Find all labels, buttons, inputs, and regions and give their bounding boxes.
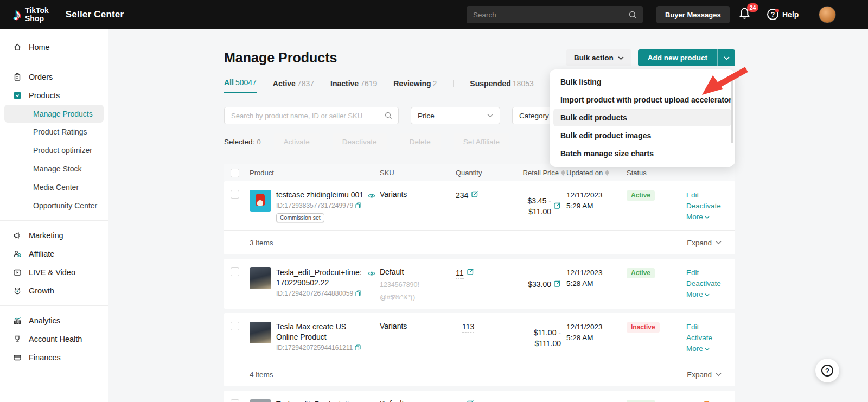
deactivate-button[interactable]: Deactivate xyxy=(333,133,387,150)
selected-count: Selected:0 xyxy=(224,138,261,146)
more-link[interactable]: More xyxy=(686,212,735,222)
deactivate-link[interactable]: Deactivate xyxy=(686,201,735,212)
column-retail-price-sort[interactable]: Retail Price xyxy=(523,169,565,177)
chevron-down-icon xyxy=(724,56,730,60)
buyer-messages-button[interactable]: Buyer Messages xyxy=(656,6,730,23)
sidebar-item-live-video[interactable]: LIVE & Video xyxy=(0,263,108,282)
product-image[interactable] xyxy=(250,190,271,212)
product-search-box[interactable] xyxy=(224,107,399,124)
edit-link[interactable]: Edit xyxy=(686,322,735,333)
notification-count-badge: 24 xyxy=(747,3,758,12)
row-checkbox[interactable] xyxy=(231,267,239,276)
sidebar-item-orders[interactable]: Orders xyxy=(0,68,108,86)
search-icon[interactable] xyxy=(384,111,393,120)
sidebar-item-affiliate[interactable]: Affiliate xyxy=(0,245,108,263)
global-search-input[interactable] xyxy=(473,11,628,19)
edit-link[interactable]: Edit xyxy=(686,399,735,402)
help-button[interactable]: ? Help xyxy=(767,9,799,20)
floating-help-button[interactable]: ? xyxy=(815,359,839,382)
menu-item-batch-manage-size-charts[interactable]: Batch manage size charts xyxy=(550,144,735,162)
quantity-value[interactable]: 234 xyxy=(456,191,468,201)
tiktok-shop-logo[interactable]: ♪ TikTok Shop xyxy=(13,7,49,23)
tab-reviewing[interactable]: Reviewing2 xyxy=(393,79,437,93)
edit-quantity-icon[interactable] xyxy=(467,267,474,277)
tab-active[interactable]: Active7837 xyxy=(273,79,314,93)
user-avatar[interactable] xyxy=(819,6,836,23)
more-link[interactable]: More xyxy=(686,343,735,354)
column-status: Status xyxy=(627,169,686,177)
global-search[interactable] xyxy=(467,6,643,23)
sidebar-item-account-health[interactable]: Account Health xyxy=(0,330,108,348)
delete-button[interactable]: Delete xyxy=(400,133,441,150)
sidebar-item-product-ratings[interactable]: Product Ratings xyxy=(0,123,108,141)
edit-quantity-icon[interactable] xyxy=(471,190,478,199)
deactivate-link[interactable]: Deactivate xyxy=(686,278,735,289)
price-line-2: $111.00 xyxy=(534,338,561,349)
edit-link[interactable]: Edit xyxy=(686,190,735,201)
search-icon[interactable] xyxy=(628,10,637,20)
sidebar-item-home[interactable]: Home xyxy=(0,38,108,56)
tab-all[interactable]: All50047 xyxy=(224,78,257,93)
column-updated-on-sort[interactable]: Updated on xyxy=(566,169,627,177)
select-all-checkbox[interactable] xyxy=(231,169,239,177)
activate-button[interactable]: Activate xyxy=(274,133,320,150)
quantity-value[interactable]: 11 xyxy=(456,269,464,279)
price-line-1: $11.00 - xyxy=(534,327,561,338)
activate-link[interactable]: Activate xyxy=(686,333,735,343)
chevron-down-icon xyxy=(705,215,710,219)
product-name[interactable]: Tesla Max create US Online Product xyxy=(276,322,375,342)
row-checkbox[interactable] xyxy=(231,322,239,330)
sidebar-item-manage-products[interactable]: Manage Products xyxy=(4,105,104,123)
add-new-product-button[interactable]: Add new product xyxy=(638,49,717,66)
sidebar-item-finances[interactable]: Finances xyxy=(0,348,108,367)
expand-group-button[interactable]: Expand xyxy=(687,239,722,247)
sidebar-item-manage-stock[interactable]: Manage Stock xyxy=(0,159,108,178)
sidebar-item-product-optimizer[interactable]: Product optimizer xyxy=(0,141,108,159)
copy-icon[interactable] xyxy=(355,344,361,351)
tab-inactive[interactable]: Inactive7619 xyxy=(330,79,377,93)
product-search-input[interactable] xyxy=(231,112,384,120)
price-filter-select[interactable]: Price xyxy=(411,107,500,124)
preview-eye-icon[interactable] xyxy=(368,192,375,201)
copy-icon[interactable] xyxy=(355,202,361,209)
video-icon xyxy=(13,268,22,277)
sku-sub-value: @#$%^&*() xyxy=(380,293,456,301)
product-image[interactable] xyxy=(250,399,271,402)
product-name[interactable]: Tesla_edit_Prodcut+time:17 xyxy=(276,399,375,402)
product-id: ID:1729383577317249979 xyxy=(276,202,353,209)
tab-separator xyxy=(453,80,454,87)
tab-suspended[interactable]: Suspended18053 xyxy=(470,79,533,93)
table-header: Product SKU Quantity Retail Price Update… xyxy=(224,164,735,181)
sidebar-item-marketing[interactable]: Marketing xyxy=(0,226,108,245)
bulk-action-button[interactable]: Bulk action xyxy=(566,49,631,66)
preview-eye-icon[interactable] xyxy=(368,269,375,279)
product-row: testcase zhidingleimu 001 ID:17293835773… xyxy=(224,181,735,254)
menu-item-sync-products[interactable]: Sync products from other platforms xyxy=(550,162,735,167)
product-image[interactable] xyxy=(250,267,271,289)
sidebar-item-analytics[interactable]: Analytics xyxy=(0,311,108,330)
edit-quantity-icon[interactable] xyxy=(467,399,474,402)
sidebar-item-media-center[interactable]: Media Center xyxy=(0,178,108,196)
more-link[interactable]: More xyxy=(686,289,735,300)
edit-price-icon[interactable] xyxy=(554,201,561,211)
product-name[interactable]: Tesla_edit_Prodcut+time:1702290502.22 xyxy=(276,267,375,288)
add-new-product-caret-button[interactable] xyxy=(717,49,735,66)
main-content: Manage Products Bulk action Add new prod… xyxy=(108,29,868,402)
edit-price-icon[interactable] xyxy=(554,279,561,289)
row-checkbox[interactable] xyxy=(231,399,239,402)
sidebar-item-growth[interactable]: Growth xyxy=(0,282,108,300)
sidebar-item-products[interactable]: Products xyxy=(0,86,108,105)
menu-item-bulk-edit-products[interactable]: Bulk edit products xyxy=(553,109,731,126)
copy-icon[interactable] xyxy=(355,290,361,297)
sidebar-item-opportunity-center[interactable]: Opportunity Center xyxy=(0,196,108,215)
quantity-value[interactable]: 113 xyxy=(462,322,474,333)
notifications-button[interactable]: 24 xyxy=(738,7,755,23)
product-image[interactable] xyxy=(250,322,271,343)
expand-group-button[interactable]: Expand xyxy=(687,371,722,379)
updated-time: 5:28 AM xyxy=(566,278,627,289)
menu-item-bulk-edit-product-images[interactable]: Bulk edit product images xyxy=(550,126,735,144)
row-checkbox[interactable] xyxy=(231,190,239,199)
set-affiliate-button[interactable]: Set Affiliate xyxy=(454,133,509,150)
edit-link[interactable]: Edit xyxy=(686,267,735,278)
product-name[interactable]: testcase zhidingleimu 001 xyxy=(276,190,375,200)
